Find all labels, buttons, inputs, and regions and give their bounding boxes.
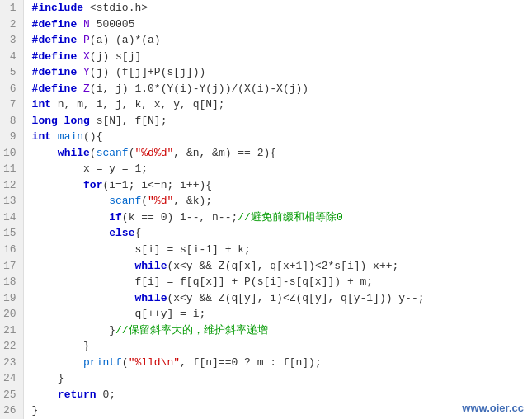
line-number: 19 [0, 290, 23, 307]
code-line-content: return 0; [23, 387, 532, 403]
line-number: 7 [0, 97, 23, 113]
line-number: 23 [0, 355, 23, 371]
line-number: 2 [0, 16, 23, 33]
code-line-content: printf("%lld\n", f[n]==0 ? m : f[n]); [23, 355, 532, 371]
line-number: 13 [0, 193, 23, 210]
code-line-content: #include <stdio.h> [23, 0, 532, 16]
line-number: 4 [0, 49, 23, 65]
table-row: 14 if(k == 0) i--, n--;//避免前缀和相等除0 [0, 210, 532, 226]
table-row: 23 printf("%lld\n", f[n]==0 ? m : f[n]); [0, 355, 532, 371]
line-number: 5 [0, 64, 23, 81]
table-row: 8long long s[N], f[N]; [0, 113, 532, 129]
code-line-content: #define Z(i, j) 1.0*(Y(i)-Y(j))/(X(i)-X(… [23, 81, 532, 97]
line-number: 24 [0, 370, 23, 387]
code-line-content: s[i] = s[i-1] + k; [23, 242, 532, 258]
code-line-content: for(i=1; i<=n; i++){ [23, 177, 532, 194]
line-number: 20 [0, 306, 23, 322]
line-number: 9 [0, 129, 23, 145]
code-line-content: } [23, 338, 532, 355]
table-row: 24 } [0, 370, 532, 387]
table-row: 9int main(){ [0, 129, 532, 145]
code-line-content: while(x<y && Z(q[y], i)<Z(q[y], q[y-1]))… [23, 290, 532, 307]
line-number: 25 [0, 387, 23, 403]
table-row: 2#define N 500005 [0, 16, 532, 33]
line-number: 1 [0, 0, 23, 16]
table-row: 15 else{ [0, 225, 532, 242]
code-line-content: while(scanf("%d%d", &n, &m) == 2){ [23, 145, 532, 162]
code-line-content: f[i] = f[q[x]] + P(s[i]-s[q[x]]) + m; [23, 274, 532, 290]
table-row: 20 q[++y] = i; [0, 306, 532, 322]
code-line-content: x = y = 1; [23, 161, 532, 177]
line-number: 6 [0, 81, 23, 97]
table-row: 5#define Y(j) (f[j]+P(s[j])) [0, 64, 532, 81]
code-line-content: } [23, 370, 532, 387]
code-line-content: while(x<y && Z(q[x], q[x+1])<2*s[i]) x++… [23, 258, 532, 275]
line-number: 3 [0, 32, 23, 49]
table-row: 13 scanf("%d", &k); [0, 193, 532, 210]
line-number: 8 [0, 113, 23, 129]
table-row: 7int n, m, i, j, k, x, y, q[N]; [0, 97, 532, 113]
table-row: 21 }//保留斜率大的，维护斜率递增 [0, 322, 532, 339]
code-line-content: } [23, 403, 532, 419]
line-number: 12 [0, 177, 23, 194]
code-line-content: #define P(a) (a)*(a) [23, 32, 532, 49]
table-row: 16 s[i] = s[i-1] + k; [0, 242, 532, 258]
line-number: 16 [0, 242, 23, 258]
table-row: 18 f[i] = f[q[x]] + P(s[i]-s[q[x]]) + m; [0, 274, 532, 290]
table-row: 12 for(i=1; i<=n; i++){ [0, 177, 532, 194]
code-line-content: #define N 500005 [23, 16, 532, 33]
line-number: 14 [0, 210, 23, 226]
code-line-content: int main(){ [23, 129, 532, 145]
code-table: 1#include <stdio.h>2#define N 5000053#de… [0, 0, 532, 419]
table-row: 11 x = y = 1; [0, 161, 532, 177]
table-row: 4#define X(j) s[j] [0, 49, 532, 65]
table-row: 3#define P(a) (a)*(a) [0, 32, 532, 49]
code-line-content: #define X(j) s[j] [23, 49, 532, 65]
code-line-content: }//保留斜率大的，维护斜率递增 [23, 322, 532, 339]
line-number: 10 [0, 145, 23, 162]
watermark: www.oier.cc [462, 402, 524, 414]
line-number: 17 [0, 258, 23, 275]
code-line-content: q[++y] = i; [23, 306, 532, 322]
code-line-content: else{ [23, 225, 532, 242]
line-number: 18 [0, 274, 23, 290]
table-row: 26} [0, 403, 532, 419]
table-row: 19 while(x<y && Z(q[y], i)<Z(q[y], q[y-1… [0, 290, 532, 307]
code-container: 1#include <stdio.h>2#define N 5000053#de… [0, 0, 532, 419]
code-line-content: if(k == 0) i--, n--;//避免前缀和相等除0 [23, 210, 532, 226]
code-line-content: int n, m, i, j, k, x, y, q[N]; [23, 97, 532, 113]
code-line-content: scanf("%d", &k); [23, 193, 532, 210]
table-row: 22 } [0, 338, 532, 355]
line-number: 22 [0, 338, 23, 355]
line-number: 21 [0, 322, 23, 339]
table-row: 10 while(scanf("%d%d", &n, &m) == 2){ [0, 145, 532, 162]
table-row: 17 while(x<y && Z(q[x], q[x+1])<2*s[i]) … [0, 258, 532, 275]
code-line-content: long long s[N], f[N]; [23, 113, 532, 129]
table-row: 25 return 0; [0, 387, 532, 403]
table-row: 6#define Z(i, j) 1.0*(Y(i)-Y(j))/(X(i)-X… [0, 81, 532, 97]
line-number: 11 [0, 161, 23, 177]
line-number: 15 [0, 225, 23, 242]
code-line-content: #define Y(j) (f[j]+P(s[j])) [23, 64, 532, 81]
table-row: 1#include <stdio.h> [0, 0, 532, 16]
line-number: 26 [0, 403, 23, 419]
